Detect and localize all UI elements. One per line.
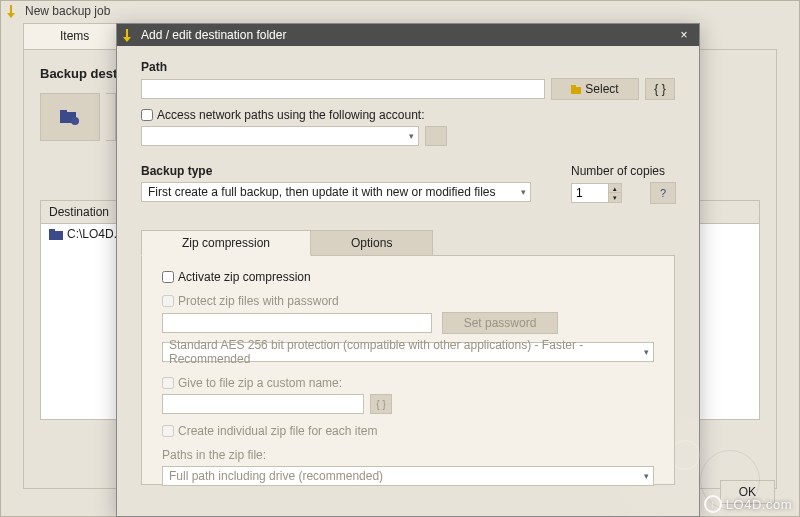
svg-rect-3: [60, 110, 67, 113]
folder-open-icon: [571, 84, 581, 94]
copies-label: Number of copies: [571, 164, 681, 178]
copies-input[interactable]: [571, 183, 609, 203]
custom-name-checkbox: [162, 377, 174, 389]
inner-tabs: Zip compression Options: [141, 230, 675, 256]
svg-rect-5: [49, 231, 63, 240]
svg-point-4: [71, 117, 79, 125]
activate-zip-checkbox[interactable]: [162, 271, 174, 283]
main-titlebar: New backup job: [1, 1, 799, 21]
backup-type-value: First create a full backup, then update …: [148, 185, 496, 199]
svg-rect-6: [49, 229, 55, 232]
zip-panel: Activate zip compression Protect zip fil…: [141, 255, 675, 485]
destination-dialog: Add / edit destination folder × Path Sel…: [116, 23, 700, 517]
paths-combo: Full path including drive (recommended) …: [162, 466, 654, 486]
dialog-title: Add / edit destination folder: [141, 28, 286, 42]
svg-rect-9: [571, 87, 581, 94]
individual-zip-checkbox: [162, 425, 174, 437]
path-variables-button[interactable]: { }: [645, 78, 675, 100]
path-label: Path: [141, 60, 675, 74]
set-password-button: Set password: [442, 312, 558, 334]
tab-zip-compression[interactable]: Zip compression: [141, 230, 311, 256]
svg-rect-10: [571, 85, 576, 88]
tab-items[interactable]: Items: [23, 23, 126, 49]
paths-value: Full path including drive (recommended): [169, 469, 383, 483]
encryption-value: Standard AES 256 bit protection (compati…: [169, 338, 644, 366]
paths-label: Paths in the zip file:: [162, 448, 654, 462]
close-button[interactable]: ×: [675, 27, 693, 43]
account-combo[interactable]: ▾: [141, 126, 419, 146]
account-edit-button[interactable]: [425, 126, 447, 146]
chevron-down-icon: ▾: [521, 187, 526, 197]
ok-button[interactable]: OK: [720, 480, 775, 504]
copies-spinner[interactable]: ▴ ▾: [571, 183, 622, 203]
tab-options[interactable]: Options: [310, 230, 433, 256]
protect-zip-checkbox: [162, 295, 174, 307]
folder-icon: [49, 229, 63, 240]
encryption-combo: Standard AES 256 bit protection (compati…: [162, 342, 654, 362]
backup-type-label: Backup type: [141, 164, 531, 178]
app-icon: [7, 4, 21, 18]
destination-big-button[interactable]: [40, 93, 100, 141]
spinner-up-icon[interactable]: ▴: [609, 184, 621, 193]
activate-zip-label: Activate zip compression: [178, 270, 311, 284]
backup-type-combo[interactable]: First create a full backup, then update …: [141, 182, 531, 202]
individual-zip-label: Create individual zip file for each item: [178, 424, 377, 438]
protect-zip-label: Protect zip files with password: [178, 294, 339, 308]
select-button[interactable]: Select: [551, 78, 639, 100]
svg-marker-1: [7, 13, 15, 18]
svg-marker-8: [123, 37, 131, 42]
main-window-title: New backup job: [25, 4, 110, 18]
dialog-icon: [123, 28, 137, 42]
chevron-down-icon: ▾: [409, 131, 414, 141]
question-icon: ?: [660, 187, 666, 199]
custom-name-input: [162, 394, 364, 414]
chevron-down-icon: ▾: [644, 347, 649, 357]
dialog-titlebar: Add / edit destination folder ×: [117, 24, 699, 46]
custom-name-label: Give to file zip a custom name:: [178, 376, 342, 390]
destination-split[interactable]: [106, 93, 116, 141]
custom-name-variables-button: { }: [370, 394, 392, 414]
help-button[interactable]: ?: [650, 182, 676, 204]
chevron-down-icon: ▾: [644, 471, 649, 481]
password-input: [162, 313, 432, 333]
access-network-label: Access network paths using the following…: [157, 108, 424, 122]
spinner-down-icon[interactable]: ▾: [609, 193, 621, 202]
select-label: Select: [585, 82, 618, 96]
close-icon: ×: [680, 28, 687, 42]
path-input[interactable]: [141, 79, 545, 99]
access-network-checkbox[interactable]: [141, 109, 153, 121]
